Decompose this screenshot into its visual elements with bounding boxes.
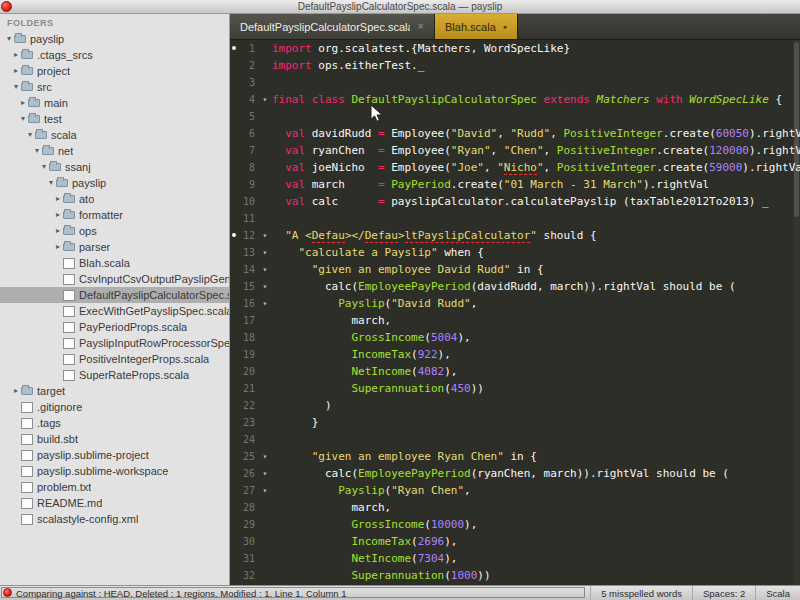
tree-item-problem.txt[interactable]: problem.txt	[0, 479, 229, 495]
disclosure-triangle-icon[interactable]: ▸	[53, 207, 63, 223]
code-line[interactable]: 31 NetIncome(7304),	[230, 550, 800, 567]
spellcheck-status[interactable]: 5 misspelled words	[590, 586, 692, 600]
fold-arrow-icon[interactable]: ▾	[258, 227, 272, 244]
tree-item-test[interactable]: ▾test	[0, 111, 229, 127]
disclosure-triangle-icon[interactable]: ▸	[11, 63, 21, 79]
disclosure-triangle-icon[interactable]: ▾	[18, 111, 28, 127]
tab-Blah.scala[interactable]: Blah.scala●	[435, 14, 518, 39]
code-line[interactable]: 29 GrossIncome(10000),	[230, 516, 800, 533]
code-line[interactable]: 24	[230, 431, 800, 448]
code-line[interactable]: 4▾final class DefaultPayslipCalculatorSp…	[230, 91, 800, 108]
tree-item-payslip.sublime-project[interactable]: payslip.sublime-project	[0, 447, 229, 463]
code-line[interactable]: 19 IncomeTax(922),	[230, 346, 800, 363]
fold-arrow-icon[interactable]: ▾	[258, 482, 272, 499]
tree-item-PositiveIntegerProps.scala[interactable]: PositiveIntegerProps.scala	[0, 351, 229, 367]
indent-status[interactable]: Spaces: 2	[692, 586, 755, 600]
disclosure-triangle-icon[interactable]: ▸	[11, 383, 21, 399]
disclosure-triangle-icon[interactable]: ▸	[11, 47, 21, 63]
code-line[interactable]: 6 val davidRudd = Employee("David", "Rud…	[230, 125, 800, 142]
code-token: Employee(	[385, 144, 451, 157]
disclosure-triangle-icon[interactable]: ▸	[53, 223, 63, 239]
code-line[interactable]: 7 val ryanChen = Employee("Ryan", "Chen"…	[230, 142, 800, 159]
tree-item-src[interactable]: ▾src	[0, 79, 229, 95]
code-line[interactable]: 8 val joeNicho = Employee("Joe", "Nicho"…	[230, 159, 800, 176]
tree-item-net[interactable]: ▾net	[0, 143, 229, 159]
tree-item-payslip[interactable]: ▾payslip	[0, 175, 229, 191]
disclosure-triangle-icon[interactable]: ▾	[39, 159, 49, 175]
fold-arrow-icon[interactable]: ▾	[258, 244, 272, 261]
tree-item-ExecWithGetPayslipSpec.scala[interactable]: ExecWithGetPayslipSpec.scala	[0, 303, 229, 319]
tree-item-scala[interactable]: ▾scala	[0, 127, 229, 143]
code-token: IncomeTax	[351, 348, 411, 361]
tree-item-main[interactable]: ▸main	[0, 95, 229, 111]
fold-arrow-icon[interactable]: ▾	[258, 261, 272, 278]
code-line[interactable]: 26▾ calc(EmployeePayPeriod(ryanChen, mar…	[230, 465, 800, 482]
code-line[interactable]: 10 val calc = payslipCalculator.calculat…	[230, 193, 800, 210]
code-line[interactable]: 17 march,	[230, 312, 800, 329]
tree-item-project[interactable]: ▸project	[0, 63, 229, 79]
code-line[interactable]: 3	[230, 74, 800, 91]
tab-close-icon[interactable]: ✕	[417, 22, 424, 31]
code-line[interactable]: 20 NetIncome(4082),	[230, 363, 800, 380]
code-line[interactable]: 30 IncomeTax(2696),	[230, 533, 800, 550]
tree-item-SuperRateProps.scala[interactable]: SuperRateProps.scala	[0, 367, 229, 383]
code-line[interactable]: 32 Superannuation(1000))	[230, 567, 800, 584]
tree-item-formatter[interactable]: ▸formatter	[0, 207, 229, 223]
code-line[interactable]: 22 )	[230, 397, 800, 414]
tree-item-README.md[interactable]: README.md	[0, 495, 229, 511]
code-line[interactable]: 16▾ Payslip("David Rudd",	[230, 295, 800, 312]
tree-item-ato[interactable]: ▸ato	[0, 191, 229, 207]
tree-item-PayPeriodProps.scala[interactable]: PayPeriodProps.scala	[0, 319, 229, 335]
tab-DefaultPayslipCalculatorSpec.scala[interactable]: DefaultPayslipCalculatorSpec.scala✕	[230, 14, 435, 39]
code-line[interactable]: 15▾ calc(EmployeePayPeriod(davidRudd, ma…	[230, 278, 800, 295]
tree-item-.gitignore[interactable]: .gitignore	[0, 399, 229, 415]
code-line[interactable]: 9 val march = PayPeriod.create("01 March…	[230, 176, 800, 193]
syntax-status[interactable]: Scala	[755, 586, 800, 600]
fold-arrow-icon[interactable]: ▾	[258, 91, 272, 108]
disclosure-triangle-icon[interactable]: ▾	[25, 127, 35, 143]
fold-arrow-icon[interactable]: ▾	[258, 278, 272, 295]
fold-arrow-icon[interactable]: ▾	[258, 465, 272, 482]
tree-item-ops[interactable]: ▸ops	[0, 223, 229, 239]
tree-item-.tags[interactable]: .tags	[0, 415, 229, 431]
tree-item-ssanj[interactable]: ▾ssanj	[0, 159, 229, 175]
code-line[interactable]: 25▾ "given an employee Ryan Chen" in {	[230, 448, 800, 465]
disclosure-triangle-icon[interactable]: ▾	[11, 79, 21, 95]
code-line[interactable]: 28 march,	[230, 499, 800, 516]
tab-dirty-icon[interactable]: ●	[503, 23, 507, 30]
disclosure-triangle-icon[interactable]: ▾	[4, 31, 14, 47]
code-line[interactable]: 14▾ "given an employee David Rudd" in {	[230, 261, 800, 278]
code-line[interactable]: 2import ops.eitherTest._	[230, 57, 800, 74]
tree-item-CsvInputCsvOutputPayslipGeneratorSpec.scala[interactable]: CsvInputCsvOutputPayslipGeneratorSpec.sc…	[0, 271, 229, 287]
tree-item-scalastyle-config.xml[interactable]: scalastyle-config.xml	[0, 511, 229, 527]
disclosure-triangle-icon[interactable]: ▾	[46, 175, 56, 191]
disclosure-triangle-icon[interactable]: ▸	[53, 239, 63, 255]
code-line[interactable]: 23 }	[230, 414, 800, 431]
tree-item-payslip.sublime-workspace[interactable]: payslip.sublime-workspace	[0, 463, 229, 479]
tree-item-DefaultPayslipCalculatorSpec.scala[interactable]: DefaultPayslipCalculatorSpec.scala	[0, 287, 229, 303]
scrollbar-thumb[interactable]	[794, 42, 799, 217]
code-line[interactable]: 13▾ "calculate a Payslip" when {	[230, 244, 800, 261]
disclosure-triangle-icon[interactable]: ▾	[32, 143, 42, 159]
code-line[interactable]: 12▾ "A <Defau></Defau>ltPayslipCalculato…	[230, 227, 800, 244]
tree-item-build.sbt[interactable]: build.sbt	[0, 431, 229, 447]
tree-item-.ctags_srcs[interactable]: ▸.ctags_srcs	[0, 47, 229, 63]
tree-item-PayslipInputRowProcessorSpec.scala[interactable]: PayslipInputRowProcessorSpec.scala	[0, 335, 229, 351]
tree-item-Blah.scala[interactable]: Blah.scala	[0, 255, 229, 271]
code-line[interactable]: 11	[230, 210, 800, 227]
code-line[interactable]: 18 GrossIncome(5004),	[230, 329, 800, 346]
code-line[interactable]: 27▾ Payslip("Ryan Chen",	[230, 482, 800, 499]
code-line[interactable]: 1import org.scalatest.{Matchers, WordSpe…	[230, 40, 800, 57]
tree-item-parser[interactable]: ▸parser	[0, 239, 229, 255]
fold-arrow-icon[interactable]: ▾	[258, 295, 272, 312]
code-line[interactable]: 21 Superannuation(450))	[230, 380, 800, 397]
disclosure-triangle-icon[interactable]: ▸	[53, 191, 63, 207]
editor[interactable]: 1import org.scalatest.{Matchers, WordSpe…	[230, 40, 800, 585]
fold-arrow-icon[interactable]: ▾	[258, 448, 272, 465]
code-area[interactable]: 1import org.scalatest.{Matchers, WordSpe…	[230, 40, 800, 584]
tree-item-target[interactable]: ▸target	[0, 383, 229, 399]
vertical-scrollbar[interactable]	[793, 40, 800, 585]
tree-item-payslip[interactable]: ▾payslip	[0, 31, 229, 47]
disclosure-triangle-icon[interactable]: ▸	[18, 95, 28, 111]
code-line[interactable]: 5	[230, 108, 800, 125]
